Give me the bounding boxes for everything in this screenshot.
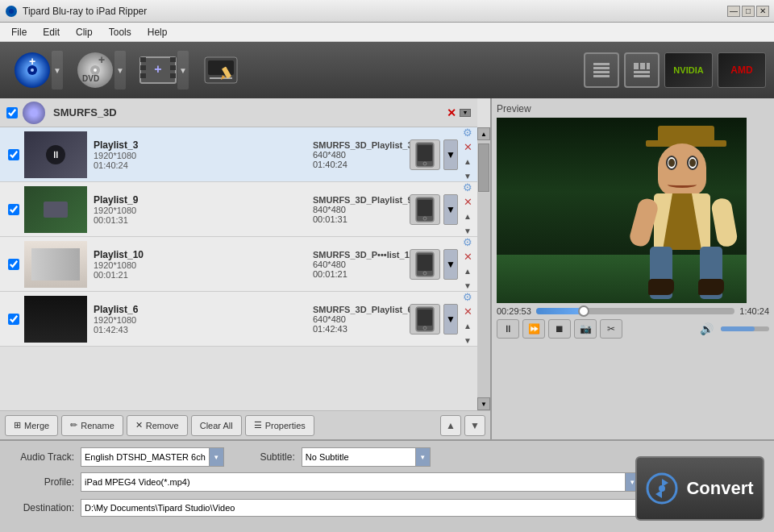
control-bar: ⏸ ⏩ ⏹ 📷 ✂ 🔊 bbox=[497, 319, 769, 339]
edit-button[interactable] bbox=[197, 48, 245, 93]
add-bluray-button[interactable]: + ▼ bbox=[8, 48, 68, 93]
playlist-output-2: SMURFS_3D_P•••list_10.mp4 640*480 00:01:… bbox=[313, 250, 410, 279]
progress-bar[interactable] bbox=[536, 308, 734, 314]
nav-down-button[interactable]: ▼ bbox=[464, 415, 485, 436]
svg-rect-32 bbox=[634, 75, 650, 77]
amd-badge[interactable]: AMD bbox=[718, 52, 766, 88]
subtitle-select[interactable]: No Subtitle ▼ bbox=[302, 447, 431, 467]
profile-select[interactable]: iPad MPEG4 Video(*.mp4) ▼ bbox=[81, 472, 640, 492]
playlist-remove-3[interactable]: ✕ bbox=[461, 305, 474, 318]
playlist-settings-1[interactable]: ⚙ bbox=[461, 181, 474, 194]
audio-track-arrow[interactable]: ▼ bbox=[209, 448, 223, 466]
playlist-up-1[interactable]: ▲ bbox=[461, 210, 474, 223]
playlist-remove-1[interactable]: ✕ bbox=[461, 196, 474, 209]
preview-label: Preview bbox=[497, 103, 769, 114]
file-toolbar: ⊞ Merge ✏ Rename ✕ Remove Clear All ☰ Pr… bbox=[0, 410, 490, 439]
playlist-device-btn-3[interactable] bbox=[410, 304, 440, 335]
properties-icon: ☰ bbox=[254, 420, 262, 430]
nav-up-button[interactable]: ▲ bbox=[440, 415, 461, 436]
menu-help[interactable]: Help bbox=[139, 25, 176, 39]
merge-button[interactable]: ⊞ Merge bbox=[5, 415, 58, 436]
scroll-thumb[interactable] bbox=[478, 143, 489, 192]
remove-button[interactable]: ✕ Remove bbox=[127, 415, 188, 436]
playlist-settings-3[interactable]: ⚙ bbox=[461, 291, 474, 304]
menu-edit[interactable]: Edit bbox=[35, 25, 68, 39]
playlist-remove-0[interactable]: ✕ bbox=[461, 141, 474, 154]
playlist-checkbox-2[interactable] bbox=[8, 259, 19, 270]
add-dvd-button[interactable]: + DVD ▼ bbox=[71, 48, 131, 93]
playlist-outres-2: 640*480 bbox=[313, 260, 410, 269]
playlist-info-2: Playlist_10 1920*1080 00:01:21 bbox=[94, 249, 313, 280]
playlist-settings-0[interactable]: ⚙ bbox=[461, 127, 474, 139]
scrollbar[interactable]: ▲ ▼ bbox=[477, 127, 490, 410]
disc-checkbox[interactable] bbox=[6, 107, 18, 118]
snapshot-button[interactable]: 📷 bbox=[574, 319, 597, 339]
playlist-output-1: SMURFS_3D_Playlist_9.mp4 840*480 00:01:3… bbox=[313, 195, 410, 224]
add-video-button[interactable]: + ▼ bbox=[134, 48, 194, 93]
playlist-settings-2[interactable]: ⚙ bbox=[461, 236, 474, 249]
playlist-dur-2: 00:01:21 bbox=[94, 270, 313, 280]
add-bluray-dropdown[interactable]: ▼ bbox=[52, 51, 63, 89]
playlist-checkbox-3[interactable] bbox=[8, 314, 19, 325]
playlist-outname-1: SMURFS_3D_Playlist_9.mp4 bbox=[313, 195, 410, 205]
playlist-dropdown-0[interactable]: ▼ bbox=[443, 139, 458, 170]
playlist-device-btn-1[interactable] bbox=[410, 194, 440, 225]
minimize-button[interactable]: — bbox=[727, 6, 740, 17]
playlist-dur-0: 01:40:24 bbox=[94, 160, 313, 170]
disc-close-button[interactable]: ✕ bbox=[447, 106, 456, 119]
properties-button[interactable]: ☰ Properties bbox=[245, 415, 314, 436]
svg-point-4 bbox=[31, 69, 34, 72]
stop-button[interactable]: ⏹ bbox=[548, 319, 571, 339]
convert-button[interactable]: Convert bbox=[635, 456, 764, 521]
close-button[interactable]: ✕ bbox=[756, 6, 769, 17]
pause-button[interactable]: ⏸ bbox=[497, 319, 519, 339]
svg-rect-27 bbox=[593, 75, 610, 77]
profile-label: Profile: bbox=[10, 476, 74, 488]
main-area: SMURFS_3D ✕ ▼ ⏸ Playlist_3 1920*1080 01:… bbox=[0, 98, 774, 439]
clip-button[interactable]: ✂ bbox=[600, 319, 622, 339]
playlist-checkbox-0[interactable] bbox=[8, 149, 19, 160]
playlist-remove-2[interactable]: ✕ bbox=[461, 251, 474, 264]
next-frame-button[interactable]: ⏩ bbox=[522, 319, 545, 339]
menu-file[interactable]: File bbox=[3, 25, 35, 39]
volume-icon[interactable]: 🔊 bbox=[695, 319, 718, 339]
add-dvd-dropdown[interactable]: ▼ bbox=[114, 51, 126, 89]
file-panel: SMURFS_3D ✕ ▼ ⏸ Playlist_3 1920*1080 01:… bbox=[0, 98, 492, 439]
playlist-device-btn-0[interactable] bbox=[410, 139, 440, 170]
audio-track-select[interactable]: English DTSHD_MASTER 6ch ▼ bbox=[81, 447, 224, 467]
svg-rect-13 bbox=[140, 65, 146, 70]
playlist-dropdown-2[interactable]: ▼ bbox=[443, 249, 458, 280]
rename-button[interactable]: ✏ Rename bbox=[61, 415, 123, 436]
detail-view-button[interactable] bbox=[624, 52, 660, 88]
disc-expand-button[interactable]: ▼ bbox=[460, 109, 471, 117]
nvidia-badge[interactable]: NVIDIA bbox=[664, 52, 713, 88]
add-video-dropdown[interactable]: ▼ bbox=[177, 51, 189, 89]
playlist-up-2[interactable]: ▲ bbox=[461, 265, 474, 278]
playlist-checkbox-1[interactable] bbox=[8, 204, 19, 215]
playlist-dropdown-3[interactable]: ▼ bbox=[443, 304, 458, 335]
clear-all-button[interactable]: Clear All bbox=[191, 415, 242, 436]
playlist-up-3[interactable]: ▲ bbox=[461, 320, 474, 333]
scroll-up[interactable]: ▲ bbox=[477, 127, 490, 140]
destination-input[interactable] bbox=[81, 499, 637, 517]
svg-point-8 bbox=[94, 69, 97, 72]
playlist-down-3[interactable]: ▼ bbox=[461, 335, 474, 347]
menu-tools[interactable]: Tools bbox=[101, 25, 139, 39]
volume-slider[interactable] bbox=[721, 326, 769, 331]
playlist-up-0[interactable]: ▲ bbox=[461, 156, 474, 168]
playlist-output-3: SMURFS_3D_Playlist_6.mp4 640*480 01:42:4… bbox=[313, 305, 410, 334]
svg-text:+: + bbox=[98, 53, 105, 66]
playlist-device-btn-2[interactable] bbox=[410, 249, 440, 280]
maximize-button[interactable]: □ bbox=[742, 6, 755, 17]
scroll-down[interactable]: ▼ bbox=[477, 397, 490, 410]
playlist-row: Playlist_9 1920*1080 00:01:31 SMURFS_3D_… bbox=[0, 182, 477, 237]
dvd-icon: + DVD bbox=[76, 51, 114, 89]
playlist-dropdown-1[interactable]: ▼ bbox=[443, 194, 458, 225]
svg-rect-24 bbox=[593, 63, 610, 65]
audio-track-label: Audio Track: bbox=[10, 451, 74, 463]
playlist-actions-0: ⚙ ✕ ▲ ▼ bbox=[461, 127, 474, 183]
list-view-button[interactable] bbox=[584, 52, 619, 88]
menu-clip[interactable]: Clip bbox=[68, 25, 101, 39]
progress-thumb[interactable] bbox=[578, 305, 589, 317]
subtitle-arrow[interactable]: ▼ bbox=[415, 448, 430, 466]
